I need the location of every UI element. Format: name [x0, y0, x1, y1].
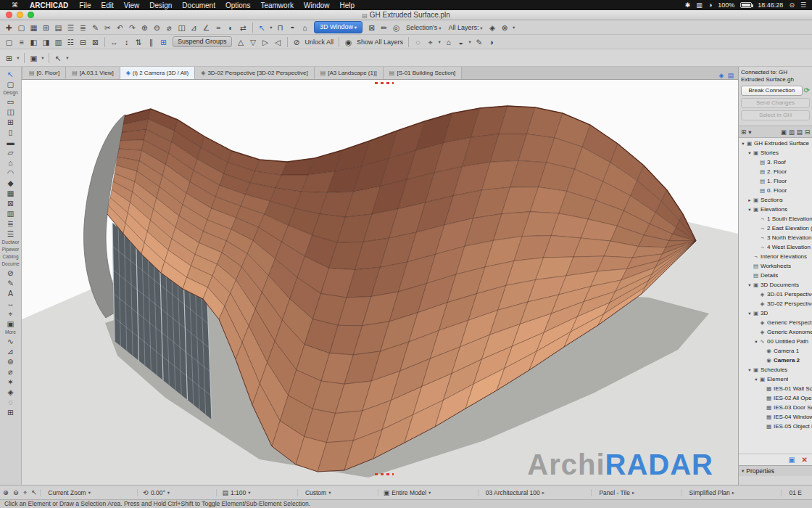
toolbox-item[interactable]: ⊠	[7, 198, 14, 208]
toolbar-button[interactable]: ⊠	[365, 21, 378, 34]
navigator-tool-icon[interactable]: ⊟	[805, 128, 810, 136]
tree-item[interactable]: ▦ IES-02 All Open	[739, 393, 812, 403]
toolbar-button[interactable]: ⌖	[424, 36, 436, 49]
toolbar-button[interactable]: ↶	[114, 21, 126, 34]
toolbar-button[interactable]: ◈	[486, 21, 499, 34]
toolbox-item[interactable]: ◫	[7, 107, 14, 117]
toolbar-button[interactable]: ≣	[77, 21, 89, 34]
toolbar-button[interactable]: △	[235, 36, 247, 49]
disclosure-triangle[interactable]: ▾	[753, 377, 759, 382]
toolbox-item[interactable]: ↖	[7, 69, 14, 79]
toolbox-item[interactable]: ⌖	[9, 308, 13, 319]
status-icon[interactable]: ◑	[708, 1, 712, 9]
properties-disclosure[interactable]: ▾	[742, 468, 744, 474]
disclosure-triangle[interactable]: ▾	[747, 207, 753, 213]
status-icon[interactable]: ▥	[696, 1, 703, 9]
toolbar-button[interactable]: ◁	[272, 36, 284, 49]
toolbar-button[interactable]	[339, 37, 339, 47]
tree-item[interactable]: ▸ ▣ Sections	[739, 195, 812, 205]
toolbar-button[interactable]: ∠	[200, 21, 212, 34]
toolbar-button[interactable]: ◐	[225, 21, 237, 34]
view-tab[interactable]: ▤[0. Floor]	[23, 67, 66, 79]
toolbar-button[interactable]: ▤	[52, 21, 65, 34]
toolbox-item[interactable]: ↔	[7, 298, 14, 308]
menu-item[interactable]: Edit	[96, 1, 118, 9]
toolbar-button[interactable]: ◎	[390, 21, 402, 34]
navigator-tool-icon[interactable]: ▤	[797, 128, 803, 136]
toolbar-button[interactable]: ⊟	[77, 36, 89, 49]
toolbar-button[interactable]: ◧	[28, 36, 40, 49]
toolbox-item[interactable]: Cabling	[2, 253, 18, 261]
toolbox-item[interactable]: ▯	[9, 127, 13, 137]
toolbox-item[interactable]: ▥	[7, 208, 14, 218]
toolbar-button[interactable]: ▾	[511, 25, 517, 30]
tree-item[interactable]: ¬ 1 South Elevation (A	[739, 214, 812, 224]
toolbox-item[interactable]: ▬	[7, 137, 14, 147]
toolbar-button[interactable]: ▢	[15, 21, 28, 34]
tree-item[interactable]: ▦ IES-03 Door Sc	[739, 403, 812, 412]
toolbox-item[interactable]: ✶	[7, 377, 14, 387]
toolbar-button[interactable]: ⌀	[163, 21, 175, 34]
tabbar-icon[interactable]: ▤	[727, 72, 734, 79]
toolbar-button[interactable]: ▷	[260, 36, 272, 49]
zoom-control-icon[interactable]: ↖	[31, 488, 37, 497]
break-connection-button[interactable]: Break Connection	[741, 86, 803, 96]
toolbox-item[interactable]: ▦	[7, 188, 14, 198]
toolbar-button[interactable]: ↷	[126, 21, 138, 34]
app-menu-title[interactable]: ARCHICAD	[24, 1, 74, 9]
disclosure-triangle[interactable]: ▾	[747, 367, 753, 373]
toolbar-button[interactable]: ▾	[15, 55, 21, 61]
toolbar-button[interactable]: Unlock All	[305, 38, 334, 46]
toolbar-button[interactable]: ▾	[436, 39, 442, 45]
view-tab[interactable]: ▤[S-01 Building Section]	[384, 67, 463, 79]
tree-item[interactable]: ◈ 3D-01 Perspective	[739, 290, 812, 299]
toolbar-button[interactable]	[408, 37, 409, 47]
menu-item[interactable]: Options	[220, 1, 255, 9]
toolbar-button[interactable]: ▢	[3, 36, 15, 49]
toolbox-item[interactable]: ⌀	[8, 366, 12, 377]
window-titlebar[interactable]: ▤GH Extruded Surface.pln	[0, 10, 812, 20]
toolbar-button[interactable]: ⌂	[442, 36, 455, 49]
toolbar-button[interactable]: ↖	[256, 21, 268, 34]
toolbar-button[interactable]: ↖	[52, 52, 65, 65]
tree-item[interactable]: ▤ 3. Roof	[739, 157, 812, 167]
toolbar-button[interactable]: ✎	[473, 36, 485, 49]
tree-item[interactable]: ▾ ▣ Stories	[739, 148, 812, 157]
toolbar-button[interactable]: ⊞	[157, 36, 170, 49]
tree-item[interactable]: ▤ 0. Floor	[739, 186, 812, 195]
toolbox-item[interactable]: ⊞	[7, 117, 14, 127]
status-segment[interactable]: ▣ Entire Model ▾	[378, 489, 436, 496]
toolbar-button[interactable]: ⊞	[3, 52, 15, 65]
zoom-button[interactable]	[28, 12, 34, 18]
toolbar-button[interactable]: ◒	[455, 36, 467, 49]
disclosure-triangle[interactable]: ▾	[747, 150, 753, 156]
toolbar-button[interactable]: 3D Window	[314, 21, 362, 33]
toolbar-button[interactable]: ▥	[52, 36, 65, 49]
status-icon[interactable]: ⊙	[789, 1, 795, 9]
toolbar-button[interactable]: ✂	[102, 21, 114, 34]
toolbar-button[interactable]: ▾	[65, 55, 70, 61]
tree-item[interactable]: ▾ ▣ Elevations	[739, 205, 812, 214]
toolbar-button[interactable]: ▽	[247, 36, 260, 49]
navigator-tool-icon[interactable]: ▣	[781, 128, 787, 136]
tree-item[interactable]: ¬ 3 North Elevation (A	[739, 233, 812, 242]
toolbar-button[interactable]: ✎	[89, 21, 102, 34]
apple-menu-icon[interactable]: ⌘	[6, 1, 24, 9]
toolbar-button[interactable]: ✚	[3, 21, 15, 34]
zoom-control-icon[interactable]: ⌖	[23, 488, 27, 497]
toolbar-button[interactable]: ▦	[28, 21, 40, 34]
menu-item[interactable]: View	[119, 1, 145, 9]
toolbar-button[interactable]: ◑	[485, 36, 497, 49]
toolbox-item[interactable]: ◌	[8, 397, 12, 407]
navigator-tool-icon[interactable]: ▥	[789, 128, 795, 136]
toolbar-button[interactable]: ∥	[145, 36, 157, 49]
toolbar-button[interactable]: ⊗	[499, 21, 511, 34]
toolbar-button[interactable]: ☰	[65, 21, 77, 34]
tree-item[interactable]: ◈ Generic Perspective	[739, 318, 812, 327]
toolbar-button[interactable]: ▣	[28, 52, 40, 65]
tree-item[interactable]: ▾ ▣ GH Extruded Surface	[739, 139, 812, 148]
toolbox-item[interactable]: ☰	[7, 229, 14, 239]
tree-item[interactable]: ▾ ▣ 3D Documents	[739, 280, 812, 290]
status-segment[interactable]: 03 Architectural 100 ▸	[478, 489, 550, 496]
tree-item[interactable]: ▾ ∿ 00 Untitled Path	[739, 337, 812, 346]
